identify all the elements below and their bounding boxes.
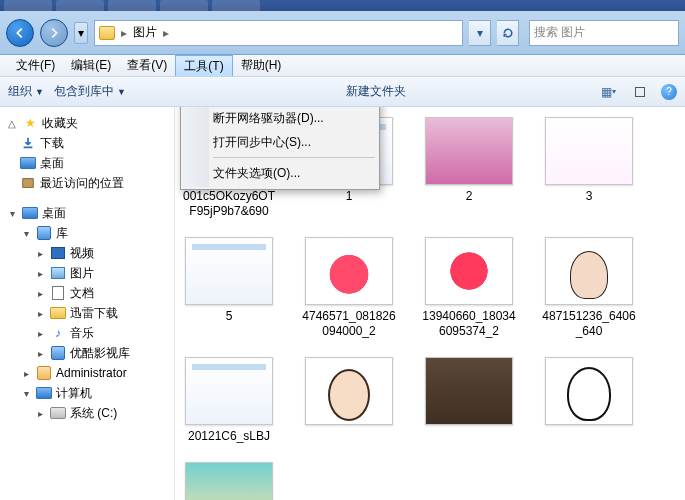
file-item[interactable]: 13940660_180346095374_2	[421, 237, 517, 339]
navigation-pane: △★收藏夹 下载 桌面 最近访问的位置 ▾桌面 ▾库 ▸视频 ▸图片 ▸文档 ▸…	[0, 107, 175, 500]
file-caption: 20121C6_sLBJ	[188, 429, 270, 444]
tree-documents[interactable]: ▸文档	[2, 283, 172, 303]
include-in-library-button[interactable]: 包含到库中 ▼	[54, 83, 126, 100]
refresh-button[interactable]	[497, 20, 519, 46]
download-icon	[20, 135, 36, 151]
drive-icon	[50, 407, 66, 419]
desktop-icon	[20, 157, 36, 169]
video-icon	[51, 247, 65, 259]
new-folder-button[interactable]: 新建文件夹	[346, 83, 406, 100]
svg-rect-1	[23, 179, 34, 188]
file-caption: 13940660_180346095374_2	[421, 309, 517, 339]
menu-help[interactable]: 帮助(H)	[233, 55, 290, 76]
menu-tools[interactable]: 工具(T)	[175, 55, 232, 76]
library-icon	[37, 226, 51, 240]
menu-file[interactable]: 文件(F)	[8, 55, 63, 76]
chevron-right-icon: ▸	[163, 26, 169, 40]
explorer-titlebar: ▾ ▸ 图片 ▸ ▾ 搜索 图片	[0, 11, 685, 55]
menu-bar: 文件(F) 编辑(E) 查看(V) 工具(T) 帮助(H)	[0, 55, 685, 77]
tree-recent[interactable]: 最近访问的位置	[2, 173, 172, 193]
taskbar-fragment	[0, 0, 685, 11]
tree-videos[interactable]: ▸视频	[2, 243, 172, 263]
folder-icon	[99, 26, 115, 40]
tree-desktop[interactable]: 桌面	[2, 153, 172, 173]
file-item[interactable]	[421, 357, 517, 444]
file-item[interactable]	[541, 357, 637, 444]
address-dropdown-button[interactable]: ▾	[469, 20, 491, 46]
file-caption: 1	[346, 189, 353, 204]
svg-rect-0	[24, 147, 33, 149]
file-item[interactable]	[181, 462, 277, 500]
tree-pictures[interactable]: ▸图片	[2, 263, 172, 283]
menu-open-sync-center[interactable]: 打开同步中心(S)...	[183, 130, 377, 154]
file-item[interactable]: 4746571_081826094000_2	[301, 237, 397, 339]
tree-downloads[interactable]: 下载	[2, 133, 172, 153]
menu-separator	[213, 157, 375, 158]
file-item[interactable]: 5	[181, 237, 277, 339]
file-view: 001c5OKozy6OTF95jP9b7&690 1 2 3 5 474657…	[175, 107, 685, 500]
tree-desktop-root[interactable]: ▾桌面	[2, 203, 172, 223]
tree-favorites[interactable]: △★收藏夹	[2, 113, 172, 133]
user-icon	[37, 366, 51, 380]
document-icon	[52, 286, 64, 300]
star-icon: ★	[22, 115, 38, 131]
view-options-button[interactable]: ▦ ▾	[597, 82, 619, 102]
library-icon	[51, 346, 65, 360]
file-caption: 5	[226, 309, 233, 324]
file-caption: 487151236_6406_640	[541, 309, 637, 339]
file-caption: 2	[466, 189, 473, 204]
file-caption: 001c5OKozy6OTF95jP9b7&690	[181, 189, 277, 219]
computer-icon	[36, 387, 52, 399]
folder-icon	[50, 307, 66, 319]
desktop-icon	[22, 207, 38, 219]
preview-pane-button[interactable]	[629, 82, 651, 102]
address-location: 图片	[133, 24, 157, 41]
command-bar: 组织 ▼ 包含到库中 ▼ 新建文件夹 ▦ ▾ ?	[0, 77, 685, 107]
tree-administrator[interactable]: ▸Administrator	[2, 363, 172, 383]
nav-forward-button[interactable]	[40, 19, 68, 47]
tools-menu-dropdown: 映射网络驱动器(N)... 断开网络驱动器(D)... 打开同步中心(S)...…	[180, 107, 380, 190]
organize-button[interactable]: 组织 ▼	[8, 83, 44, 100]
file-item[interactable]	[301, 357, 397, 444]
recent-icon	[20, 175, 36, 191]
chevron-right-icon: ▸	[121, 26, 127, 40]
picture-icon	[51, 267, 65, 279]
search-input[interactable]: 搜索 图片	[529, 20, 679, 46]
tree-xunlei[interactable]: ▸迅雷下载	[2, 303, 172, 323]
tree-drive-c[interactable]: ▸系统 (C:)	[2, 403, 172, 423]
file-item[interactable]: 20121C6_sLBJ	[181, 357, 277, 444]
tree-computer[interactable]: ▾计算机	[2, 383, 172, 403]
menu-edit[interactable]: 编辑(E)	[63, 55, 119, 76]
file-caption: 4746571_081826094000_2	[301, 309, 397, 339]
search-placeholder: 搜索 图片	[534, 24, 585, 41]
nav-back-button[interactable]	[6, 19, 34, 47]
file-item[interactable]: 487151236_6406_640	[541, 237, 637, 339]
tree-youku[interactable]: ▸优酷影视库	[2, 343, 172, 363]
menu-view[interactable]: 查看(V)	[119, 55, 175, 76]
file-item[interactable]: 2	[421, 117, 517, 219]
menu-folder-options[interactable]: 文件夹选项(O)...	[183, 161, 377, 185]
address-bar[interactable]: ▸ 图片 ▸	[94, 20, 463, 46]
tree-music[interactable]: ▸♪音乐	[2, 323, 172, 343]
help-button[interactable]: ?	[661, 84, 677, 100]
tree-libraries[interactable]: ▾库	[2, 223, 172, 243]
music-icon: ♪	[50, 325, 66, 341]
file-caption: 3	[586, 189, 593, 204]
menu-disconnect-network-drive[interactable]: 断开网络驱动器(D)...	[183, 107, 377, 130]
nav-history-dropdown[interactable]: ▾	[74, 22, 88, 44]
file-item[interactable]: 3	[541, 117, 637, 219]
